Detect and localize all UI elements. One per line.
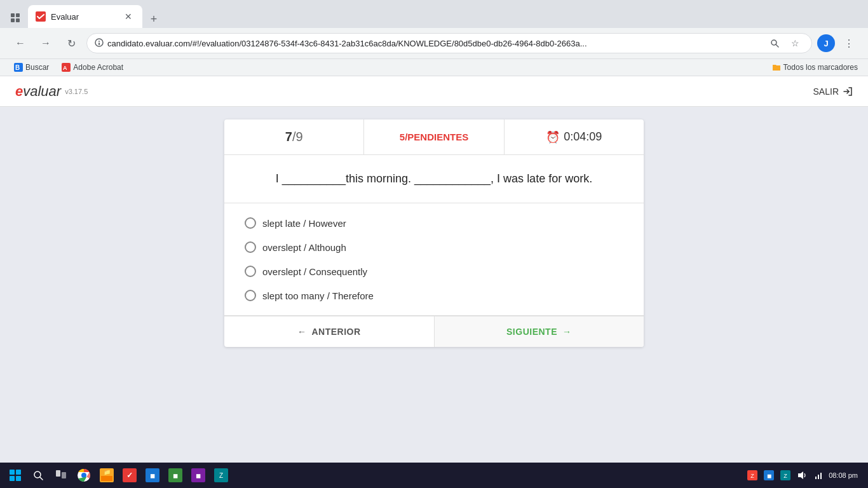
option-1-text: slept late / However — [262, 218, 346, 229]
taskbar-app1-icon[interactable]: ✓ — [119, 465, 140, 485]
tab-close-button[interactable]: ✕ — [122, 10, 135, 23]
taskbar-app3-icon[interactable]: ◼ — [165, 465, 186, 485]
tab-grid-button[interactable] — [5, 8, 25, 28]
svg-text:Z: Z — [783, 473, 787, 479]
timer-value: 0:04:09 — [564, 130, 602, 144]
exit-icon — [843, 86, 853, 97]
radio-2[interactable] — [245, 241, 256, 253]
option-2[interactable]: overslept / Although — [240, 235, 628, 259]
svg-text:◼: ◼ — [150, 472, 155, 479]
version-text: v3.17.5 — [65, 88, 88, 95]
tray-network-icon[interactable] — [812, 469, 825, 482]
tab-favicon — [36, 11, 46, 22]
question-area: I __________this morning. ____________, … — [224, 155, 644, 203]
svg-rect-21 — [56, 470, 60, 477]
taskbar-tray: Z ◼ Z 08:08 pm — [746, 469, 863, 482]
svg-rect-2 — [11, 18, 15, 22]
svg-rect-45 — [818, 475, 819, 479]
options-area: slept late / However overslept / Althoug… — [224, 203, 644, 316]
taskbar-chrome-icon[interactable] — [74, 465, 94, 485]
taskbar-explorer-icon[interactable]: 📁 — [97, 465, 117, 485]
timer-display: ⏰ 0:04:09 — [505, 119, 644, 154]
svg-rect-18 — [16, 476, 21, 481]
current-question: 7 — [285, 130, 292, 144]
tray-icon-3[interactable]: Z — [779, 469, 792, 482]
svg-text:Z: Z — [219, 472, 223, 479]
svg-rect-44 — [815, 477, 817, 479]
svg-line-20 — [40, 477, 43, 480]
tab-title: Evaluar — [51, 12, 117, 22]
taskbar-app5-icon[interactable]: Z — [211, 465, 231, 485]
total-questions: 9 — [295, 130, 302, 144]
address-actions: ☆ — [766, 34, 804, 52]
start-button[interactable] — [5, 465, 25, 485]
taskbar-taskview-button[interactable] — [51, 465, 71, 485]
svg-text:✓: ✓ — [126, 471, 133, 480]
option-3-text: overslept / Consequently — [262, 266, 367, 277]
radio-1[interactable] — [245, 217, 256, 229]
svg-point-6 — [98, 41, 100, 42]
bookmark-star-button[interactable]: ☆ — [786, 34, 804, 52]
taskbar-app4-icon[interactable]: ◼ — [188, 465, 208, 485]
active-tab[interactable]: Evaluar ✕ — [28, 5, 142, 28]
question-text: I __________this morning. ____________, … — [245, 170, 623, 187]
tab-bar: Evaluar ✕ + — [0, 0, 868, 28]
bookmark-acrobat[interactable]: A Adobe Acrobat — [58, 62, 127, 73]
svg-text:B: B — [15, 64, 20, 71]
bookmarks-right: Todos los marcadores — [772, 63, 858, 72]
bookmarks-bar: B Buscar A Adobe Acrobat Todos los marca… — [0, 59, 868, 76]
salir-button[interactable]: SALIR — [813, 86, 853, 97]
browser-menu-button[interactable]: ⋮ — [840, 34, 858, 52]
taskbar: 📁 ✓ ◼ ◼ ◼ Z Z ◼ Z 08:08 pm — [0, 463, 868, 488]
main-content: 7 / 9 5/PENDIENTES ⏰ 0:04:09 I _________… — [0, 107, 868, 360]
quiz-footer: ← ANTERIOR SIGUIENTE → — [224, 316, 644, 347]
option-3[interactable]: overslept / Consequently — [240, 259, 628, 283]
svg-rect-0 — [11, 13, 15, 17]
svg-rect-22 — [62, 472, 66, 478]
quiz-container: 7 / 9 5/PENDIENTES ⏰ 0:04:09 I _________… — [224, 119, 644, 347]
svg-rect-15 — [10, 470, 15, 475]
tray-icon-1[interactable]: Z — [746, 469, 759, 482]
option-4[interactable]: slept too many / Therefore — [240, 283, 628, 308]
clock-icon: ⏰ — [546, 130, 560, 144]
user-avatar[interactable]: J — [817, 34, 835, 52]
refresh-button[interactable]: ↻ — [61, 33, 81, 53]
tray-volume-icon[interactable] — [796, 469, 808, 482]
svg-rect-1 — [16, 13, 20, 17]
svg-rect-3 — [16, 18, 20, 22]
taskbar-search-button[interactable] — [28, 465, 48, 485]
bookmarks-folder-icon — [772, 63, 781, 72]
browser-chrome: Evaluar ✕ + ← → ↻ candidato.evaluar.com/… — [0, 0, 868, 76]
svg-text:◼: ◼ — [196, 472, 201, 479]
option-2-text: overslept / Although — [262, 242, 346, 253]
bookmark-acrobat-icon: A — [62, 63, 71, 72]
svg-marker-43 — [798, 471, 803, 479]
svg-rect-46 — [820, 473, 822, 479]
taskbar-app2-icon[interactable]: ◼ — [142, 465, 163, 485]
back-button[interactable]: ← — [10, 33, 31, 53]
svg-text:A: A — [63, 65, 67, 71]
bookmark-buscar[interactable]: B Buscar — [10, 62, 53, 73]
radio-3[interactable] — [245, 266, 256, 277]
svg-rect-17 — [10, 476, 15, 481]
option-4-text: slept too many / Therefore — [262, 290, 374, 301]
previous-button[interactable]: ← ANTERIOR — [224, 316, 435, 347]
bookmarks-all-label[interactable]: Todos los marcadores — [783, 63, 858, 72]
forward-button[interactable]: → — [36, 33, 56, 53]
tray-icon-2[interactable]: ◼ — [763, 469, 775, 482]
bookmark-buscar-icon: B — [14, 63, 23, 72]
radio-4[interactable] — [245, 290, 256, 301]
bookmark-buscar-label: Buscar — [25, 63, 49, 72]
option-1[interactable]: slept late / However — [240, 211, 628, 235]
svg-rect-16 — [16, 470, 21, 475]
search-button[interactable] — [766, 34, 783, 52]
next-button[interactable]: SIGUIENTE → — [435, 316, 644, 347]
bookmark-acrobat-label: Adobe Acrobat — [73, 63, 123, 72]
logo-e: evaluar — [15, 83, 61, 100]
svg-text:◼: ◼ — [767, 473, 771, 479]
next-arrow-icon: → — [562, 327, 572, 337]
address-bar[interactable]: candidato.evaluar.com/#!/evaluation/0312… — [86, 33, 812, 53]
new-tab-button[interactable]: + — [145, 10, 163, 28]
prev-arrow-icon: ← — [297, 327, 307, 337]
tray-time[interactable]: 08:08 pm — [829, 471, 858, 480]
